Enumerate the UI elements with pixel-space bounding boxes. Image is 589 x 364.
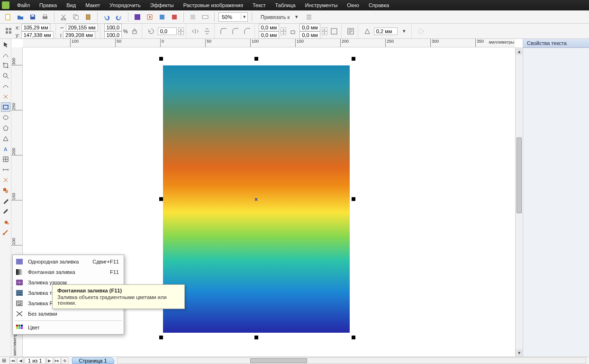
sel-handle-ml[interactable]	[159, 197, 163, 201]
rotation-input[interactable]: 0,0	[158, 27, 177, 35]
sel-handle-br[interactable]	[352, 336, 355, 339]
welcome-button[interactable]	[188, 12, 198, 22]
corner-br-input[interactable]: 0,0 мм	[299, 31, 320, 39]
redo-button[interactable]	[114, 12, 124, 22]
crop-tool[interactable]	[1, 61, 10, 70]
sel-handle-bm[interactable]	[254, 336, 258, 339]
freehand-tool[interactable]	[1, 82, 10, 91]
ellipse-tool[interactable]	[1, 113, 10, 122]
x-position-input[interactable]: 105,29 мм	[21, 24, 51, 31]
undo-button[interactable]	[101, 12, 112, 22]
interactive-fill-tool[interactable]	[1, 228, 10, 237]
menu-window[interactable]: Окно	[343, 1, 363, 9]
cut-button[interactable]	[58, 12, 69, 22]
import-button[interactable]	[132, 12, 143, 22]
menu-table[interactable]: Таблица	[272, 1, 299, 9]
sel-handle-bl[interactable]	[159, 336, 163, 339]
menu-text[interactable]: Текст	[249, 1, 270, 9]
wrap-text-button[interactable]	[345, 26, 356, 36]
flyout-fountain-fill[interactable]: Фонтанная заливка F11	[13, 267, 124, 277]
outline-tool[interactable]	[1, 207, 10, 216]
mirror-h-button[interactable]	[190, 26, 200, 36]
table-tool[interactable]	[1, 155, 10, 164]
rotation-spinner[interactable]: ▴▾	[178, 27, 184, 35]
corner-spinner-l[interactable]: ▴▾	[281, 27, 286, 35]
lock-ratio-button[interactable]	[129, 26, 140, 36]
export-button[interactable]	[145, 12, 155, 22]
outline-width-input[interactable]: 0,2 мм	[374, 27, 398, 35]
paste-button[interactable]	[83, 12, 93, 22]
dimension-tool[interactable]	[1, 165, 10, 174]
corner-scallop-button[interactable]	[230, 26, 241, 36]
snap-to-dropdown[interactable]: ▾	[291, 12, 302, 22]
last-page-button[interactable]: ⏭	[54, 357, 61, 364]
scroll-up-button[interactable]: ▴	[516, 47, 523, 55]
menu-tools[interactable]: Инструменты	[301, 1, 342, 9]
menu-view[interactable]: Вид	[63, 1, 80, 9]
menu-bitmaps[interactable]: Растровые изображения	[180, 1, 247, 9]
connector-tool[interactable]	[1, 175, 10, 185]
save-button[interactable]	[27, 12, 38, 22]
fill-tool[interactable]	[1, 217, 10, 227]
menu-arrange[interactable]: Упорядочить	[106, 1, 144, 9]
publish-button[interactable]	[157, 12, 167, 22]
corner-chamfer-button[interactable]	[242, 26, 253, 36]
scroll-down-button[interactable]: ▾	[516, 349, 523, 356]
height-input[interactable]: 299,208 мм	[63, 31, 95, 39]
to-front-button[interactable]	[416, 26, 426, 36]
flyout-uniform-fill[interactable]: Однородная заливка Сдвиг+F11	[13, 256, 124, 267]
sel-handle-tr[interactable]	[352, 57, 355, 61]
smart-fill-tool[interactable]	[1, 92, 10, 101]
width-input[interactable]: 209,155 мм	[66, 24, 98, 31]
print-button[interactable]	[40, 12, 50, 22]
shape-tool[interactable]	[1, 50, 10, 60]
text-tool[interactable]: A	[1, 144, 10, 154]
eyedropper-tool[interactable]	[1, 196, 10, 206]
options-button[interactable]	[200, 12, 210, 22]
y-position-input[interactable]: 147,338 мм	[21, 31, 54, 39]
flyout-color[interactable]: Цвет	[13, 322, 124, 333]
sel-handle-tm[interactable]	[254, 57, 258, 61]
prev-page-button[interactable]: ◀	[17, 357, 24, 364]
next-page-button[interactable]: ▶	[46, 357, 53, 364]
add-page-button[interactable]: ⊞	[0, 357, 8, 364]
hscroll-thumb[interactable]	[250, 358, 307, 363]
scroll-thumb[interactable]	[517, 137, 522, 213]
first-page-button[interactable]: ⏮	[9, 357, 16, 364]
corner-round-button[interactable]	[218, 26, 229, 36]
mirror-v-button[interactable]	[202, 26, 212, 36]
add-page-after-button[interactable]: ⊕	[62, 357, 68, 364]
snap-options-button[interactable]	[304, 12, 314, 22]
menu-file[interactable]: Файл	[13, 1, 34, 9]
menu-help[interactable]: Справка	[365, 1, 393, 9]
pick-tool[interactable]	[1, 40, 10, 49]
sel-handle-tl[interactable]	[159, 57, 163, 61]
interactive-effects-tool[interactable]	[1, 186, 10, 195]
page-tab[interactable]: Страница 1	[72, 357, 114, 364]
basic-shapes-tool[interactable]	[1, 134, 10, 143]
polygon-tool[interactable]	[1, 123, 10, 133]
sel-handle-mr[interactable]	[352, 197, 355, 201]
corner-spinner-r[interactable]: ▴▾	[322, 27, 327, 35]
corner-bl-input[interactable]: 0,0 мм	[259, 31, 279, 39]
app-launch-button[interactable]	[169, 12, 180, 22]
menu-effects[interactable]: Эффекты	[146, 1, 178, 9]
corner-lock-button[interactable]	[288, 26, 298, 36]
copy-button[interactable]	[71, 12, 81, 22]
scale-x-input[interactable]: 100,0	[104, 24, 122, 31]
relative-corner-button[interactable]	[329, 26, 339, 36]
zoom-level-select[interactable]: 50%▾	[218, 12, 248, 22]
scale-y-input[interactable]: 100,0	[104, 31, 122, 39]
open-button[interactable]	[15, 12, 26, 22]
text-properties-tab[interactable]: Свойства текста	[523, 39, 589, 48]
menu-edit[interactable]: Правка	[36, 1, 61, 9]
horizontal-scrollbar[interactable]	[117, 357, 586, 364]
new-button[interactable]	[3, 12, 13, 22]
rectangle-tool[interactable]	[1, 102, 10, 112]
flyout-no-fill[interactable]: Без заливки	[13, 309, 124, 319]
zoom-tool[interactable]	[1, 71, 10, 81]
page-info[interactable]: 1 из 1	[25, 357, 45, 364]
outline-dropdown[interactable]: ▾	[399, 26, 409, 36]
menu-layout[interactable]: Макет	[82, 1, 104, 9]
vertical-scrollbar[interactable]: ▴ ▾	[515, 47, 523, 356]
